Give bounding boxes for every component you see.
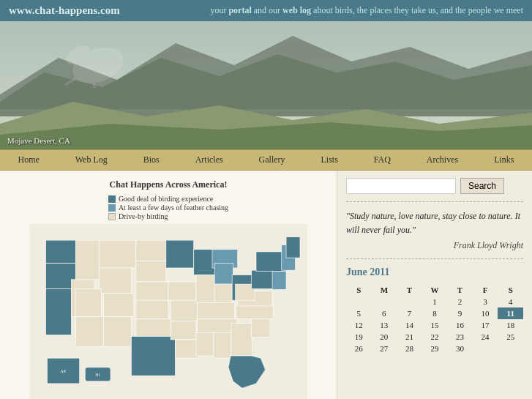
site-header: www.chat-happens.com your portal and our…	[0, 0, 532, 21]
svg-rect-19	[104, 316, 132, 346]
svg-rect-38	[198, 302, 235, 318]
calendar-title: June 2011	[346, 266, 523, 278]
nav-gallery[interactable]: Gallery	[252, 150, 293, 170]
calendar-cell[interactable]: 2	[447, 296, 473, 307]
calendar-cell[interactable]: 17	[473, 319, 498, 331]
svg-rect-24	[136, 300, 168, 318]
svg-rect-39	[198, 318, 237, 332]
calendar-cell[interactable]: 20	[372, 331, 397, 343]
svg-rect-31	[175, 340, 198, 358]
cal-header-m: M	[372, 284, 397, 296]
svg-rect-21	[136, 240, 166, 261]
svg-rect-40	[196, 332, 214, 356]
svg-rect-29	[171, 300, 198, 321]
nav-lists[interactable]: Lists	[314, 150, 345, 170]
sidebar: Search "Study nature, love nature, stay …	[337, 171, 532, 399]
calendar-cell[interactable]: 16	[447, 319, 473, 331]
calendar-cell[interactable]: 26	[346, 343, 372, 354]
search-input[interactable]	[346, 178, 456, 194]
legend-color-3	[108, 213, 116, 220]
legend-color-1	[108, 195, 116, 203]
cal-header-s: S	[346, 284, 372, 296]
calendar-cell[interactable]: 6	[372, 307, 397, 319]
calendar-cell[interactable]: 9	[447, 307, 473, 319]
tagline-after: about birds, the places they take us, an…	[311, 5, 523, 15]
nav-archives[interactable]: Archives	[419, 150, 465, 170]
calendar-cell[interactable]: 1	[422, 296, 448, 307]
calendar-cell[interactable]: 3	[473, 296, 498, 307]
calendar-cell[interactable]: 30	[447, 343, 473, 354]
calendar-cell[interactable]: 28	[397, 343, 422, 354]
search-button[interactable]: Search	[460, 178, 504, 194]
nav-links[interactable]: Links	[487, 150, 521, 170]
legend-item-3: Drive-by birding	[108, 212, 228, 220]
svg-rect-15	[99, 240, 136, 268]
svg-rect-18	[76, 316, 104, 346]
divider-1	[346, 201, 523, 202]
svg-rect-28	[168, 282, 196, 300]
calendar-cell[interactable]: 18	[498, 319, 523, 331]
calendar-cell[interactable]: 11	[498, 307, 523, 319]
svg-rect-33	[196, 275, 214, 302]
svg-rect-45	[236, 305, 274, 319]
calendar-cell[interactable]: 12	[346, 319, 372, 331]
calendar-cell[interactable]: 10	[473, 307, 498, 319]
svg-rect-41	[214, 332, 231, 358]
site-url: www.chat-happens.com	[9, 4, 120, 17]
content-area: Chat Happens Across America! Good deal o…	[0, 171, 337, 399]
calendar-cell	[498, 343, 523, 354]
tagline-before: your	[210, 5, 228, 15]
calendar-cell[interactable]: 25	[498, 331, 523, 343]
legend-item-1: Good deal of birding experience	[108, 195, 228, 203]
nav-weblog[interactable]: Web Log	[68, 150, 115, 170]
tagline-weblog: web log	[282, 5, 311, 15]
quote-attribution: Frank Lloyd Wright	[346, 240, 523, 251]
calendar-cell[interactable]: 7	[397, 307, 422, 319]
divider-2	[346, 258, 523, 259]
map-section: Chat Happens Across America! Good deal o…	[10, 179, 326, 399]
svg-rect-23	[136, 282, 168, 300]
calendar-cell[interactable]: 22	[422, 331, 448, 343]
calendar-cell[interactable]: 13	[372, 319, 397, 331]
calendar-cell[interactable]: 29	[422, 343, 448, 354]
svg-text:AK: AK	[61, 369, 67, 373]
usa-map: AK HI	[29, 224, 307, 399]
calendar-cell[interactable]: 23	[447, 331, 473, 343]
svg-rect-17	[76, 288, 102, 316]
svg-rect-22	[136, 261, 166, 282]
calendar-cell[interactable]: 14	[397, 319, 422, 331]
calendar-cell[interactable]: 21	[397, 331, 422, 343]
calendar-cell	[473, 343, 498, 354]
map-title: Chat Happens Across America!	[10, 179, 326, 190]
nav-home[interactable]: Home	[10, 150, 46, 170]
svg-rect-25	[136, 318, 171, 336]
legend-color-2	[108, 204, 116, 212]
hero-image: Mojave Desert, CA	[0, 21, 532, 149]
nav-faq[interactable]: FAQ	[367, 150, 398, 170]
svg-rect-30	[171, 321, 196, 340]
map-legend: Good deal of birding experience At least…	[108, 195, 228, 221]
calendar-cell[interactable]: 24	[473, 331, 498, 343]
nav-bios[interactable]: Bios	[136, 150, 167, 170]
calendar-row: 1234	[346, 296, 523, 307]
calendar-row: 19202122232425	[346, 331, 523, 343]
cal-header-s2: S	[498, 284, 523, 296]
legend-label-2: At least a few days of feather chasing	[119, 204, 228, 212]
nav-articles[interactable]: Articles	[188, 150, 231, 170]
calendar-cell[interactable]: 15	[422, 319, 448, 331]
tagline-portal: portal	[228, 5, 251, 15]
calendar-cell	[372, 296, 397, 307]
svg-rect-14	[76, 240, 100, 280]
main-nav: Home Web Log Bios Articles Gallery Lists…	[0, 149, 532, 171]
svg-rect-52	[286, 237, 300, 258]
calendar-cell[interactable]: 8	[422, 307, 448, 319]
calendar-cell[interactable]: 5	[346, 307, 372, 319]
calendar-cell[interactable]: 4	[498, 296, 523, 307]
site-tagline: your portal and our web log about birds,…	[210, 5, 523, 16]
search-bar: Search	[346, 178, 523, 194]
calendar-cell[interactable]: 27	[372, 343, 397, 354]
svg-rect-51	[272, 271, 286, 289]
calendar-cell[interactable]: 19	[346, 331, 372, 343]
legend-label-1: Good deal of birding experience	[119, 195, 213, 203]
legend-item-2: At least a few days of feather chasing	[108, 204, 228, 212]
